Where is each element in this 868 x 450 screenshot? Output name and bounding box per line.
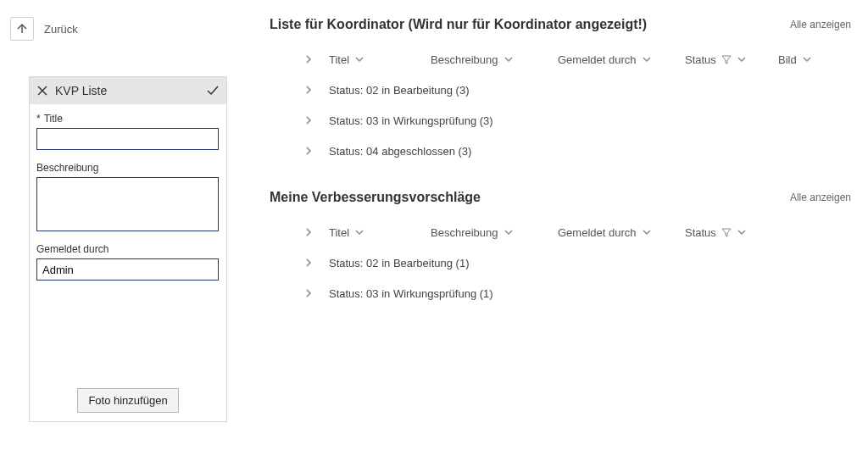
koord-title: Liste für Koordinator (Wird nur für Koor…: [270, 17, 790, 32]
description-input[interactable]: [36, 177, 219, 231]
koord-group-row[interactable]: Status: 02 in Bearbeitung (3): [270, 75, 851, 105]
chevron-right-icon: [303, 146, 314, 156]
title-field-label: *Title: [36, 113, 220, 125]
description-field-label: Beschreibung: [36, 162, 220, 174]
group-label: Status: 03 in Wirkungsprüfung (1): [329, 287, 493, 300]
chevron-right-icon: [303, 288, 314, 298]
group-label: Status: 02 in Bearbeitung (3): [329, 84, 470, 97]
chevron-down-icon: [642, 227, 652, 237]
back-label: Zurück: [44, 23, 78, 36]
chevron-right-icon: [303, 227, 314, 237]
section-meine: Meine Verbesserungsvorschläge Alle anzei…: [270, 190, 851, 308]
meine-column-row: Titel Beschreibung Gemeldet durch Status: [270, 217, 851, 247]
chevron-down-icon: [642, 54, 652, 64]
col-titel[interactable]: Titel: [329, 226, 431, 239]
form-header: KVP Liste: [30, 77, 226, 104]
add-photo-button[interactable]: Foto hinzufügen: [77, 388, 178, 413]
koord-show-all-link[interactable]: Alle anzeigen: [790, 19, 851, 31]
chevron-down-icon: [802, 54, 812, 64]
col-titel[interactable]: Titel: [329, 53, 431, 66]
col-beschreibung[interactable]: Beschreibung: [431, 226, 558, 239]
close-icon[interactable]: [36, 85, 48, 97]
koord-group-row[interactable]: Status: 03 in Wirkungsprüfung (3): [270, 105, 851, 136]
chevron-down-icon: [504, 54, 514, 64]
expand-all-icon[interactable]: [303, 227, 329, 237]
form-title: KVP Liste: [55, 84, 107, 97]
chevron-down-icon: [354, 227, 364, 237]
meine-group-row[interactable]: Status: 03 in Wirkungsprüfung (1): [270, 278, 851, 308]
group-label: Status: 02 in Bearbeitung (1): [329, 257, 470, 269]
col-bild[interactable]: Bild: [778, 53, 846, 66]
koord-group-row[interactable]: Status: 04 abgeschlossen (3): [270, 136, 851, 166]
chevron-down-icon: [504, 227, 514, 237]
group-label: Status: 03 in Wirkungsprüfung (3): [329, 114, 493, 127]
chevron-right-icon: [303, 258, 314, 268]
meine-title: Meine Verbesserungsvorschläge: [270, 190, 790, 205]
chevron-down-icon: [737, 227, 747, 237]
expand-all-icon[interactable]: [303, 54, 329, 64]
filter-icon: [721, 54, 732, 64]
col-status[interactable]: Status: [685, 226, 778, 239]
back-button[interactable]: [10, 17, 34, 41]
filter-icon: [721, 227, 732, 237]
arrow-up-icon: [15, 22, 29, 36]
chevron-right-icon: [303, 115, 314, 125]
title-input[interactable]: [36, 128, 219, 150]
reporter-field-label: Gemeldet durch: [36, 243, 220, 255]
chevron-right-icon: [303, 54, 314, 64]
meine-group-row[interactable]: Status: 02 in Bearbeitung (1): [270, 247, 851, 278]
col-gemeldet[interactable]: Gemeldet durch: [558, 53, 685, 66]
chevron-down-icon: [737, 54, 747, 64]
chevron-down-icon: [354, 54, 364, 64]
chevron-right-icon: [303, 85, 314, 95]
col-beschreibung[interactable]: Beschreibung: [431, 53, 558, 66]
group-label: Status: 04 abgeschlossen (3): [329, 145, 471, 158]
koord-column-row: Titel Beschreibung Gemeldet durch Status…: [270, 44, 851, 75]
section-koordinator: Liste für Koordinator (Wird nur für Koor…: [270, 17, 851, 166]
col-status[interactable]: Status: [685, 53, 778, 66]
form-panel: KVP Liste *Title Beschreibung Gemeldet d…: [29, 76, 227, 422]
col-gemeldet[interactable]: Gemeldet durch: [558, 226, 685, 239]
reporter-input[interactable]: [36, 258, 219, 281]
check-icon[interactable]: [206, 84, 220, 97]
meine-show-all-link[interactable]: Alle anzeigen: [790, 192, 851, 203]
